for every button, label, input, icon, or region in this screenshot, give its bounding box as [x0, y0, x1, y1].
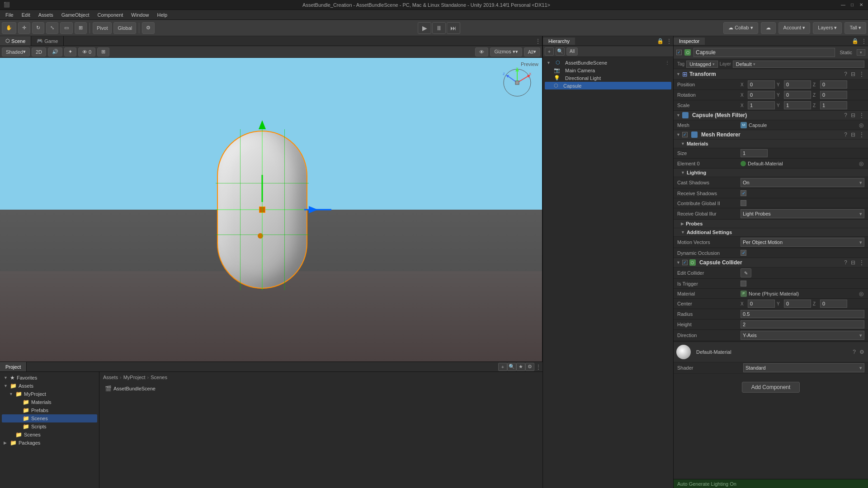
center-x-field[interactable]: [748, 300, 775, 308]
capsule-collider-menu-btn[interactable]: ⋮: [858, 259, 865, 266]
contribute-gi-checkbox[interactable]: [741, 200, 746, 206]
mesh-renderer-enabled[interactable]: [682, 132, 688, 137]
material-help-btn[interactable]: ?: [852, 349, 857, 355]
scene-vis-btn[interactable]: 👁: [475, 47, 488, 56]
hierarchy-lock[interactable]: 🔒: [656, 38, 665, 44]
edit-collider-button[interactable]: ✎: [741, 268, 751, 277]
extra-toggle[interactable]: ⊞: [97, 47, 109, 56]
rotation-z-field[interactable]: [820, 91, 847, 99]
hidden-count[interactable]: 👁 0: [78, 47, 95, 56]
motion-vectors-dropdown[interactable]: Per Object Motion: [741, 238, 864, 247]
maximize-button[interactable]: □: [849, 2, 855, 8]
rotation-y-field[interactable]: [784, 91, 811, 99]
cast-shadows-dropdown[interactable]: On: [741, 178, 864, 187]
game-tab[interactable]: 🎮 Game: [31, 36, 64, 46]
capsule-collider-preset-btn[interactable]: ⊟: [850, 259, 856, 266]
mesh-renderer-preset-btn[interactable]: ⊟: [850, 131, 856, 138]
probes-sub-header[interactable]: ▶ Probes: [674, 220, 868, 228]
global-button[interactable]: Global: [113, 22, 136, 34]
mesh-filter-menu-btn[interactable]: ⋮: [858, 112, 865, 118]
window-controls[interactable]: — □ ✕: [840, 2, 864, 8]
add-component-button[interactable]: Add Component: [742, 382, 800, 393]
view-gizmo[interactable]: Y X Z: [501, 67, 533, 99]
2d-toggle[interactable]: 2D: [32, 47, 46, 56]
capsule-collider-enabled[interactable]: [682, 260, 688, 265]
additional-settings-header[interactable]: ▼ Additional Settings: [674, 228, 868, 237]
rect-tool-button[interactable]: ▭: [60, 22, 73, 34]
hierarchy-camera-item[interactable]: 📷 Main Camera: [545, 66, 671, 74]
gameobject-name-field[interactable]: [693, 48, 835, 57]
inspector-lock[interactable]: 🔒: [850, 38, 860, 44]
hierarchy-menu[interactable]: ⋮: [665, 38, 673, 44]
collider-material-select-btn[interactable]: ◎: [858, 291, 864, 297]
rotation-x-field[interactable]: [748, 91, 775, 99]
play-button[interactable]: ▶: [418, 22, 431, 34]
project-panel-menu[interactable]: ⋮: [534, 364, 542, 370]
hierarchy-tab[interactable]: Hierarchy: [543, 38, 575, 45]
scale-x-field[interactable]: [748, 101, 775, 109]
height-field[interactable]: [741, 320, 864, 328]
scene-panel-menu[interactable]: ⋮: [534, 38, 542, 44]
position-z-field[interactable]: [820, 80, 847, 89]
transform-tool-button[interactable]: ⊞: [75, 22, 87, 34]
minimize-button[interactable]: —: [840, 2, 846, 8]
scenes-item[interactable]: 📁 Scenes: [2, 414, 97, 422]
transform-help-btn[interactable]: ?: [843, 71, 848, 77]
project-lock-btn[interactable]: ⚙: [525, 363, 534, 371]
project-fav-btn[interactable]: ★: [516, 363, 525, 371]
menu-window[interactable]: Window: [127, 11, 152, 19]
assets-item[interactable]: ▼ 📁 Assets: [2, 382, 97, 390]
scenes2-item[interactable]: 📁 Scenes: [2, 431, 97, 439]
scale-z-field[interactable]: [820, 101, 847, 109]
viewport[interactable]: Preview: [0, 58, 542, 361]
position-x-field[interactable]: [748, 80, 775, 89]
capsule-collider-section-header[interactable]: ▼ ⬡ Capsule Collider ? ⊟ ⋮: [674, 258, 868, 267]
shader-dropdown[interactable]: Standard: [743, 363, 864, 372]
menu-file[interactable]: File: [2, 11, 17, 19]
scale-y-field[interactable]: [784, 101, 811, 109]
hierarchy-scene-item[interactable]: ▼ ⬡ AssetBundleScene ⋮: [545, 59, 671, 66]
receive-gi-dropdown[interactable]: Light Probes: [741, 209, 864, 218]
move-tool-button[interactable]: ✛: [18, 22, 30, 34]
menu-edit[interactable]: Edit: [18, 11, 34, 19]
materials-sub-header[interactable]: ▼ Materials: [674, 140, 868, 148]
hierarchy-capsule-item[interactable]: ⬡ Capsule: [545, 82, 671, 89]
breadcrumb-myproject[interactable]: MyProject: [123, 375, 146, 380]
center-y-field[interactable]: [784, 300, 811, 308]
prefabs-item[interactable]: 📁 Prefabs: [2, 406, 97, 414]
step-button[interactable]: ⏭: [447, 22, 460, 34]
capsule-collider-help-btn[interactable]: ?: [843, 259, 848, 266]
tag-dropdown[interactable]: Untagged: [686, 61, 718, 68]
gameobject-active-checkbox[interactable]: [676, 50, 682, 55]
rotate-tool-button[interactable]: ↻: [32, 22, 44, 34]
project-search-btn[interactable]: 🔍: [507, 363, 516, 371]
hierarchy-add-btn[interactable]: +: [545, 47, 554, 56]
all-dropdown[interactable]: All: [524, 47, 540, 56]
scene-item-menu[interactable]: ⋮: [665, 60, 670, 65]
receive-shadows-checkbox[interactable]: [741, 190, 746, 196]
cloud-button[interactable]: ☁: [761, 22, 776, 34]
mesh-renderer-menu-btn[interactable]: ⋮: [858, 131, 865, 138]
mesh-renderer-section-header[interactable]: ▼ Mesh Renderer ? ⊟ ⋮: [674, 130, 868, 140]
inspector-tab[interactable]: Inspector: [674, 38, 705, 45]
radius-field[interactable]: [741, 310, 864, 318]
breadcrumb-assets[interactable]: Assets: [103, 375, 118, 380]
layout-button[interactable]: Tall ▾: [844, 22, 866, 34]
direction-dropdown[interactable]: Y-Axis: [741, 331, 864, 340]
position-y-field[interactable]: [784, 80, 811, 89]
element0-select-btn[interactable]: ◎: [858, 160, 864, 167]
assetbundlescene-file[interactable]: 🎬 AssetBundleScene: [103, 385, 539, 393]
packages-item[interactable]: ▶ 📁 Packages: [2, 439, 97, 447]
materials-item[interactable]: 📁 Materials: [2, 398, 97, 406]
breadcrumb-scenes[interactable]: Scenes: [151, 375, 167, 380]
transform-menu-btn[interactable]: ⋮: [858, 71, 865, 77]
lighting-sub-header[interactable]: ▼ Lighting: [674, 169, 868, 177]
audio-toggle[interactable]: 🔊: [48, 47, 62, 56]
hierarchy-search-btn[interactable]: 🔍: [556, 47, 565, 56]
mesh-filter-help-btn[interactable]: ?: [843, 112, 848, 118]
mesh-filter-section-header[interactable]: ▼ Capsule (Mesh Filter) ? ⊟ ⋮: [674, 111, 868, 120]
transform-preset-btn[interactable]: ⊟: [850, 71, 856, 77]
project-tab[interactable]: Project: [0, 362, 27, 371]
pivot-button[interactable]: Pivot: [93, 22, 112, 34]
collab-button[interactable]: ☁ Collab ▾: [723, 22, 758, 34]
